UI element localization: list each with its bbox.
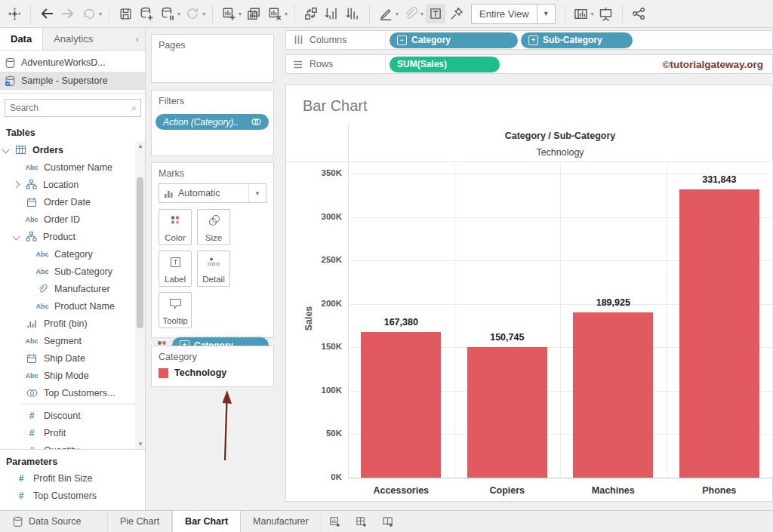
add-datasource-icon[interactable] (137, 4, 156, 23)
field-item-customer-name[interactable]: AbcCustomer Name (0, 158, 145, 176)
filter-pill-action-category[interactable]: Action (Category).. (156, 114, 269, 130)
search-input-wrap[interactable]: ⌕ (5, 99, 141, 117)
duplicate-sheet-icon[interactable] (244, 4, 263, 23)
toolbar-divider (622, 5, 623, 23)
marks-button-color[interactable]: Color (159, 209, 192, 245)
share-icon[interactable] (629, 4, 648, 23)
parameter-item-top-customers[interactable]: #Top Customers (0, 487, 145, 504)
dimension-measure-divider (20, 404, 137, 404)
collapse-pane-icon[interactable]: ‹ (130, 28, 145, 50)
field-item-profit[interactable]: #Profit (0, 424, 145, 441)
abc-icon: Abc (35, 268, 48, 275)
scrollbar-thumb[interactable] (137, 177, 143, 328)
expand-down-icon[interactable] (2, 146, 10, 154)
columns-pill-category[interactable]: −Category (390, 32, 518, 48)
swap-rows-columns-icon[interactable] (301, 4, 321, 23)
new-worksheet-button[interactable] (322, 511, 348, 532)
expand-right-icon[interactable] (13, 181, 20, 189)
tab-data[interactable]: Data (0, 28, 43, 50)
y-tick-label: 350K (303, 168, 342, 177)
sheet-tab-data-source[interactable]: Data Source (0, 511, 108, 532)
back-icon[interactable] (37, 4, 57, 23)
mark-type-caret-icon[interactable]: ▼ (248, 184, 266, 202)
marks-button-detail[interactable]: Detail (197, 251, 230, 287)
field-item-ship-date[interactable]: Ship Date (0, 349, 145, 367)
field-item-ship-mode[interactable]: AbcShip Mode (0, 367, 145, 384)
field-item-order-date[interactable]: Order Date (0, 193, 145, 211)
toolbar: ▾ ▾ ▾ ▾ ▾ ▾ ▾ Entire View (0, 0, 773, 28)
expand-down-icon[interactable] (13, 233, 20, 241)
field-item-product[interactable]: Product (0, 228, 145, 245)
bar-copiers[interactable] (467, 347, 547, 478)
field-item-segment[interactable]: AbcSegment (0, 332, 145, 349)
fit-selector-caret-icon[interactable]: ▼ (537, 10, 555, 17)
field-item-sub-category[interactable]: AbcSub-Category (0, 263, 145, 280)
mark-type-value: Automatic (178, 188, 220, 198)
abc-icon: Abc (24, 216, 39, 223)
refresh-icon[interactable] (183, 4, 202, 23)
clear-sheet-icon[interactable] (265, 4, 285, 23)
sort-descending-icon[interactable] (343, 4, 363, 23)
expand-collapse-glyph[interactable]: − (397, 35, 407, 45)
field-item-profit-bin-[interactable]: Profit (bin) (0, 315, 145, 332)
marks-button-label[interactable]: Label (159, 251, 192, 287)
forward-icon[interactable] (58, 4, 78, 23)
bar-accessories[interactable] (361, 332, 441, 478)
datasource-item[interactable]: Sample - Superstore (0, 72, 145, 90)
scrollbar[interactable]: ▲ ▼ (135, 141, 145, 449)
show-hide-cards-icon[interactable] (571, 4, 591, 23)
field-item-discount[interactable]: #Discount (0, 407, 145, 424)
redo-icon[interactable] (79, 4, 99, 23)
save-icon[interactable] (115, 4, 135, 23)
highlight-caret-icon[interactable]: ▾ (396, 11, 399, 17)
field-label: Manufacturer (54, 284, 110, 294)
field-item-category[interactable]: AbcCategory (0, 245, 145, 263)
scroll-up-icon[interactable]: ▲ (137, 143, 143, 149)
marks-button-size[interactable]: Size (197, 209, 230, 245)
field-item-product-name[interactable]: AbcProduct Name (0, 297, 145, 315)
field-item-orders[interactable]: Orders (0, 141, 145, 158)
bar-phones[interactable] (679, 189, 759, 478)
presentation-mode-icon[interactable] (596, 4, 616, 23)
field-item-top-customers-[interactable]: Top Customers... (0, 384, 145, 401)
refresh-caret-icon[interactable]: ▾ (202, 11, 205, 17)
new-worksheet-icon[interactable] (219, 4, 239, 23)
field-item-location[interactable]: Location (0, 176, 145, 193)
new-story-button[interactable] (374, 511, 401, 532)
sheet-tab-pie-chart[interactable]: Pie Chart (108, 511, 172, 532)
pages-card: Pages (151, 34, 274, 83)
redo-caret-icon[interactable]: ▾ (99, 11, 102, 17)
parameter-item-profit-bin-size[interactable]: #Profit Bin Size (0, 469, 145, 487)
expand-collapse-glyph[interactable]: + (528, 35, 538, 45)
pill-label: Sub-Category (543, 35, 602, 45)
search-input[interactable] (5, 103, 131, 113)
fit-selector[interactable]: Entire View ▼ (471, 4, 555, 24)
field-item-manufacturer[interactable]: Manufacturer (0, 280, 145, 297)
abc-icon: Abc (24, 372, 39, 380)
bar-machines[interactable] (573, 312, 653, 478)
new-worksheet-caret-icon[interactable]: ▾ (239, 11, 242, 17)
clear-sheet-caret-icon[interactable]: ▾ (285, 11, 288, 17)
sheet-tab-bar-chart[interactable]: Bar Chart (172, 511, 241, 532)
field-item-quantity[interactable]: #Quantity (0, 441, 145, 449)
group-members-icon[interactable] (401, 4, 420, 23)
pause-auto-updates-icon[interactable] (158, 4, 177, 23)
marks-button-tooltip[interactable]: Tooltip (159, 292, 192, 328)
scroll-down-icon[interactable]: ▼ (137, 441, 143, 447)
show-mark-labels-icon[interactable] (426, 4, 445, 23)
pause-caret-icon[interactable]: ▾ (177, 11, 180, 17)
group-caret-icon[interactable]: ▾ (420, 11, 423, 17)
sheet-tab-manufacturer[interactable]: Manufacturer (241, 511, 322, 532)
show-cards-caret-icon[interactable]: ▾ (591, 11, 594, 17)
new-dashboard-button[interactable] (348, 511, 374, 532)
highlight-icon[interactable] (376, 4, 396, 23)
fix-axes-icon[interactable] (447, 4, 467, 23)
tab-analytics[interactable]: Analytics (43, 28, 103, 50)
mark-type-dropdown[interactable]: Automatic ▼ (159, 183, 266, 203)
rows-pill-sum-sales-[interactable]: SUM(Sales) (390, 57, 500, 72)
sort-ascending-icon[interactable] (322, 4, 342, 23)
legend-item[interactable]: Technology (152, 365, 273, 384)
columns-pill-sub-category[interactable]: +Sub-Category (521, 32, 633, 48)
datasource-item[interactable]: AdventureWorksD... (0, 54, 145, 72)
field-item-order-id[interactable]: AbcOrder ID (0, 211, 145, 228)
